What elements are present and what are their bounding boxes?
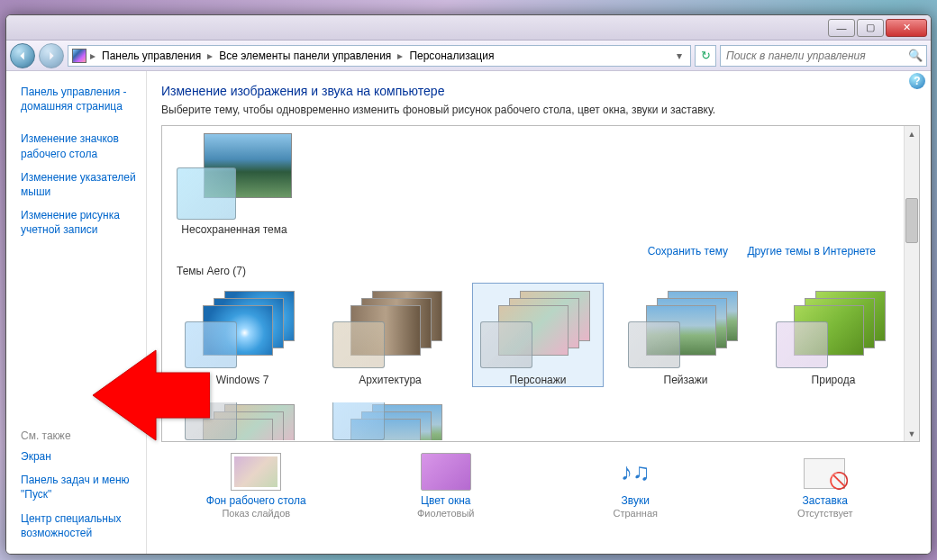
- theme-label: Несохраненная тема: [177, 223, 292, 236]
- save-theme-link[interactable]: Сохранить тему: [648, 245, 728, 257]
- bottom-label: Заставка: [749, 494, 902, 507]
- breadcrumb-item[interactable]: Персонализация: [406, 49, 496, 63]
- glass-overlay: [177, 167, 236, 220]
- glass-overlay: [332, 321, 385, 368]
- themes-list-box: Несохраненная тема Сохранить тему Другие…: [161, 125, 920, 442]
- breadcrumb-separator: ▸: [396, 50, 405, 62]
- sidebar-link-taskbar[interactable]: Панель задач и меню "Пуск": [21, 468, 142, 506]
- theme-label: Пейзажи: [621, 374, 751, 386]
- scrollbar[interactable]: ▲ ▼: [904, 126, 919, 441]
- theme-item[interactable]: Пейзажи: [620, 283, 751, 387]
- theme-row-partial: [169, 396, 899, 442]
- glass-overlay: [628, 321, 680, 368]
- forward-button[interactable]: [39, 43, 64, 68]
- close-button[interactable]: ✕: [886, 19, 927, 37]
- breadcrumb-item[interactable]: Панель управления: [99, 49, 204, 63]
- color-icon: [421, 453, 471, 491]
- glass-overlay: [776, 321, 828, 368]
- scroll-down-icon[interactable]: ▼: [905, 426, 919, 441]
- more-themes-link[interactable]: Другие темы в Интернете: [747, 245, 876, 257]
- sidebar-link-ease-of-access[interactable]: Центр специальных возможностей: [21, 507, 142, 545]
- bottom-label: Цвет окна: [369, 494, 523, 507]
- sidebar: Панель управления - домашняя страница Из…: [6, 71, 147, 554]
- bottom-setting-sound[interactable]: Звуки Странная: [559, 453, 712, 519]
- breadcrumb-separator: ▸: [205, 50, 214, 62]
- main-content: ? Изменение изображения и звука на компь…: [147, 71, 931, 554]
- personalization-window: — ▢ ✕ ▸ Панель управления ▸ Все элементы…: [5, 14, 932, 555]
- bottom-sublabel: Странная: [559, 508, 712, 519]
- theme-row: Windows 7 Архитектура Персонажи Пейзажи …: [169, 283, 899, 396]
- page-heading: Изменение изображения и звука на компьют…: [161, 84, 931, 98]
- sidebar-link-home[interactable]: Панель управления - домашняя страница: [21, 80, 142, 118]
- theme-item[interactable]: Архитектура: [324, 283, 456, 387]
- theme-item[interactable]: [324, 396, 456, 442]
- control-panel-icon: [72, 49, 86, 63]
- glass-overlay: [480, 321, 532, 368]
- bg-icon: [231, 453, 281, 491]
- search-box[interactable]: 🔍: [720, 45, 927, 67]
- help-icon[interactable]: ?: [909, 73, 925, 89]
- unsaved-theme-item[interactable]: Несохраненная тема: [177, 133, 292, 236]
- scroll-up-icon[interactable]: ▲: [905, 126, 919, 141]
- search-input[interactable]: [724, 49, 908, 63]
- bottom-sublabel: Фиолетовый: [369, 508, 523, 519]
- sidebar-link-desktop-icons[interactable]: Изменение значков рабочего стола: [21, 127, 142, 165]
- maximize-button[interactable]: ▢: [857, 19, 884, 37]
- sidebar-link-account-picture[interactable]: Изменение рисунка учетной записи: [21, 203, 142, 241]
- minimize-button[interactable]: —: [828, 19, 855, 37]
- theme-label: Персонажи: [473, 374, 603, 386]
- breadcrumb-separator: ▸: [88, 50, 97, 62]
- bottom-setting-saver[interactable]: Заставка Отсутствует: [749, 453, 902, 519]
- bottom-sublabel: Отсутствует: [749, 508, 902, 519]
- annotation-arrow: [93, 323, 210, 471]
- page-subtitle: Выберите тему, чтобы одновременно измени…: [161, 104, 931, 116]
- saver-icon: [800, 453, 851, 491]
- theme-label: Архитектура: [325, 374, 455, 386]
- address-bar[interactable]: ▸ Панель управления ▸ Все элементы панел…: [68, 45, 691, 67]
- titlebar[interactable]: — ▢ ✕: [6, 15, 931, 41]
- sidebar-link-mouse-pointers[interactable]: Изменение указателей мыши: [21, 166, 142, 203]
- back-button[interactable]: [10, 43, 35, 68]
- theme-item[interactable]: Персонажи: [472, 283, 604, 387]
- aero-section-header: Темы Aero (7): [169, 263, 899, 283]
- address-dropdown-icon[interactable]: ▾: [672, 50, 687, 62]
- bottom-sublabel: Показ слайдов: [179, 508, 332, 519]
- search-icon: 🔍: [908, 49, 923, 62]
- breadcrumb-item[interactable]: Все элементы панели управления: [216, 49, 394, 63]
- bottom-setting-color[interactable]: Цвет окна Фиолетовый: [369, 453, 523, 519]
- bottom-label: Звуки: [559, 494, 712, 507]
- bottom-settings-row: Фон рабочего стола Показ слайдов Цвет ок…: [147, 442, 931, 526]
- scroll-thumb[interactable]: [905, 198, 918, 243]
- bottom-label: Фон рабочего стола: [179, 494, 332, 507]
- theme-item[interactable]: Природа: [768, 283, 899, 387]
- sound-icon: [610, 453, 660, 491]
- svg-marker-0: [93, 350, 210, 440]
- refresh-button[interactable]: ↻: [695, 45, 716, 67]
- theme-label: Природа: [769, 374, 898, 386]
- navigation-bar: ▸ Панель управления ▸ Все элементы панел…: [6, 41, 931, 71]
